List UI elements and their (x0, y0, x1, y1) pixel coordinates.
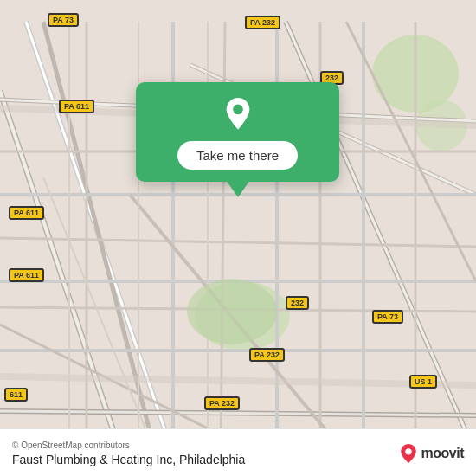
moovit-logo: moovit (399, 444, 464, 463)
map-container: PA 73 PA 232 232 PA 611 PA 611 PA 611 61… (0, 0, 476, 476)
svg-point-42 (405, 448, 411, 454)
svg-point-40 (187, 279, 277, 344)
road-sign-611-bot: 611 (4, 388, 28, 402)
road-sign-pa232-bot: PA 232 (204, 396, 240, 410)
road-sign-pa611-2: PA 611 (9, 206, 44, 220)
moovit-pin-icon (399, 444, 418, 463)
location-pin-icon (221, 98, 255, 132)
moovit-brand-text: moovit (421, 446, 464, 461)
road-sign-pa611-1: PA 611 (59, 100, 94, 113)
bottom-bar-left: © OpenStreetMap contributors Faust Plumb… (12, 441, 245, 466)
map-attribution: © OpenStreetMap contributors (12, 441, 245, 450)
place-name: Faust Plumbing & Heating Inc, Philadelph… (12, 453, 245, 466)
road-sign-pa611-3: PA 611 (9, 268, 44, 282)
road-sign-pa73-top: PA 73 (48, 13, 79, 27)
road-sign-us1: US 1 (409, 375, 437, 389)
road-sign-pa232-mid2: PA 232 (249, 348, 285, 362)
popup-card: Take me there (136, 82, 339, 182)
take-me-there-button[interactable]: Take me there (177, 141, 298, 170)
road-sign-pa232-top: PA 232 (245, 16, 280, 29)
bottom-bar: © OpenStreetMap contributors Faust Plumb… (0, 428, 476, 476)
road-sign-pa73-bot: PA 73 (372, 310, 403, 324)
svg-point-41 (233, 105, 243, 115)
road-sign-232-mid: 232 (286, 296, 309, 310)
